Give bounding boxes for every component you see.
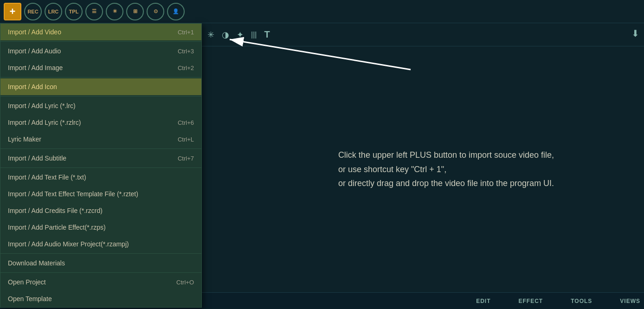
- menu-item-lyric-maker[interactable]: Lyric Maker Ctrl+L: [0, 131, 201, 148]
- plus-icon: +: [10, 6, 16, 18]
- label-effect: EFFECT: [519, 298, 543, 304]
- user-button[interactable]: 👤: [167, 3, 185, 20]
- menu-item-open-template[interactable]: Open Template: [0, 290, 201, 307]
- label-tools: TOOLS: [571, 298, 592, 304]
- grid-button[interactable]: ⊞: [126, 3, 144, 20]
- menu-label: Import / Add Lyric (*.rzlrc): [8, 119, 81, 126]
- menu-shortcut: Ctrl+L: [178, 136, 194, 143]
- menu-shortcut: Ctrl+2: [178, 64, 194, 71]
- menu-item-open-project[interactable]: Open Project Ctrl+O: [0, 274, 201, 290]
- secondary-toolbar: ✳ ◑ ✦ ||| T: [202, 23, 644, 46]
- menu-label: Import / Add Text File (*.txt): [8, 174, 86, 181]
- star-button[interactable]: ✳: [106, 3, 123, 20]
- download-icon[interactable]: ⬇: [631, 28, 639, 39]
- menu-separator: [0, 167, 201, 168]
- menu-item-import-audio-mixer[interactable]: Import / Add Audio Mixer Project(*.rzamp…: [0, 236, 201, 252]
- menu-label: Import / Add Credits File (*.rzcrd): [8, 207, 103, 214]
- menu-item-import-audio[interactable]: Import / Add Audio Ctrl+3: [0, 43, 201, 59]
- push-pin-icon[interactable]: ✦: [237, 30, 244, 40]
- dropdown-menu: Import / Add Video Ctrl+1 Import / Add A…: [0, 23, 202, 308]
- half-circle-icon[interactable]: ◑: [222, 30, 229, 40]
- plus-button[interactable]: +: [4, 3, 21, 20]
- lrc-button[interactable]: LRC: [45, 3, 62, 20]
- list-button[interactable]: ☰: [85, 3, 103, 20]
- right-content: ✳ ◑ ✦ ||| T ⬇ Click the upper left PLUS …: [202, 23, 644, 292]
- menu-label: Open Project: [8, 278, 46, 286]
- menu-label: Import / Add Audio Mixer Project(*.rzamp…: [8, 240, 129, 248]
- menu-label: Lyric Maker: [8, 135, 41, 143]
- menu-item-import-lyric-lrc[interactable]: Import / Add Lyric (*.lrc): [0, 97, 201, 114]
- menu-shortcut: Ctrl+7: [178, 155, 194, 162]
- main-content: Import / Add Video Ctrl+1 Import / Add A…: [0, 23, 644, 292]
- top-toolbar: + REC LRC TPL ☰ ✳ ⊞ ⊙ 👤: [0, 0, 644, 23]
- instruction-area: Click the upper left PLUS button to impo…: [202, 46, 644, 292]
- menu-item-import-image[interactable]: Import / Add Image Ctrl+2: [0, 59, 201, 76]
- instruction-line3: or directly drag and drop the video file…: [338, 179, 554, 188]
- text-icon[interactable]: T: [264, 29, 270, 40]
- menu-item-import-credits[interactable]: Import / Add Credits File (*.rzcrd): [0, 202, 201, 219]
- menu-item-import-lyric-rzlrc[interactable]: Import / Add Lyric (*.rzlrc) Ctrl+6: [0, 114, 201, 131]
- bottom-section-labels: EDIT EFFECT TOOLS VIEWS: [476, 298, 640, 304]
- menu-separator: [0, 148, 201, 149]
- menu-label: Download Materials: [8, 259, 65, 267]
- menu-label: Import / Add Video: [8, 28, 61, 36]
- menu-item-import-text[interactable]: Import / Add Text File (*.txt): [0, 169, 201, 186]
- menu-item-import-subtitle[interactable]: Import / Add Subtitle Ctrl+7: [0, 150, 201, 167]
- menu-item-import-text-effect[interactable]: Import / Add Text Effect Template File (…: [0, 186, 201, 202]
- instruction-line2: or use shortcut key "Ctrl + 1",: [338, 165, 446, 174]
- menu-separator: [0, 41, 201, 42]
- instruction-line1: Click the upper left PLUS button to impo…: [338, 150, 554, 160]
- menu-label: Import / Add Particle Effect(*.rzps): [8, 224, 106, 231]
- menu-item-download-materials[interactable]: Download Materials: [0, 255, 201, 271]
- menu-label: Open Template: [8, 295, 52, 303]
- menu-label: Import / Add Image: [8, 64, 63, 71]
- menu-shortcut: Ctrl+1: [178, 29, 194, 36]
- bars-icon[interactable]: |||: [251, 31, 257, 39]
- menu-item-import-video[interactable]: Import / Add Video Ctrl+1: [0, 24, 201, 40]
- menu-label: Import / Add Audio: [8, 47, 61, 55]
- menu-item-import-particle[interactable]: Import / Add Particle Effect(*.rzps): [0, 219, 201, 236]
- instruction-text-block: Click the upper left PLUS button to impo…: [338, 148, 554, 191]
- circle-button[interactable]: ⊙: [147, 3, 164, 20]
- label-edit: EDIT: [476, 298, 490, 304]
- menu-separator: [0, 96, 201, 97]
- rec-button[interactable]: REC: [24, 3, 42, 20]
- menu-item-import-icon[interactable]: Import / Add Icon: [0, 78, 201, 95]
- menu-label: Import / Add Lyric (*.lrc): [8, 102, 76, 109]
- menu-label: Import / Add Subtitle: [8, 154, 66, 162]
- menu-shortcut: Ctrl+3: [178, 48, 194, 55]
- menu-label: Import / Add Text Effect Template File (…: [8, 190, 138, 198]
- label-views: VIEWS: [620, 298, 640, 304]
- menu-separator: [0, 272, 201, 273]
- snowflake-icon[interactable]: ✳: [207, 30, 214, 40]
- menu-separator: [0, 77, 201, 77]
- menu-shortcut: Ctrl+O: [176, 279, 194, 286]
- menu-label: Import / Add Icon: [8, 83, 57, 90]
- tpl-button[interactable]: TPL: [65, 3, 83, 20]
- menu-shortcut: Ctrl+6: [178, 119, 194, 126]
- menu-separator: [0, 253, 201, 254]
